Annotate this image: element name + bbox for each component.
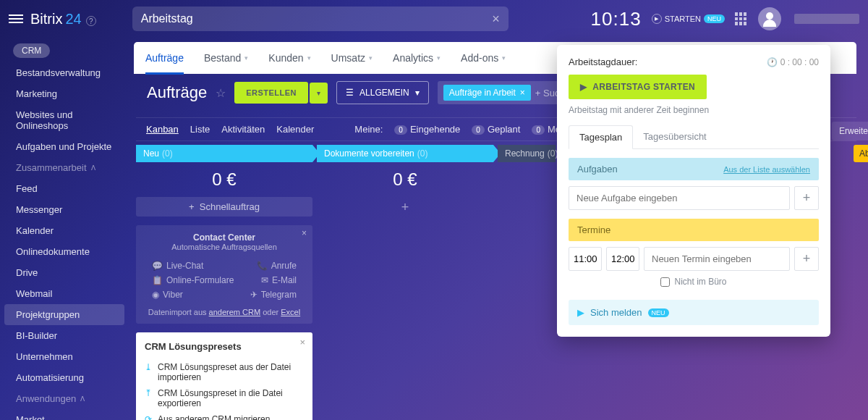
cc-title: Contact Center <box>143 232 305 243</box>
link-excel[interactable]: Excel <box>281 308 300 316</box>
sidebar-item[interactable]: Kalender <box>0 220 129 241</box>
contact-center-card: × Contact Center Automatische Auftragsqu… <box>136 225 312 324</box>
username[interactable] <box>794 14 859 24</box>
column-header[interactable]: Neu(0) <box>136 145 312 162</box>
abs-button[interactable]: Ab <box>854 145 868 162</box>
new-task-input[interactable] <box>569 186 790 210</box>
clear-icon[interactable]: × <box>492 12 500 27</box>
check-in-button[interactable]: ▶ Sich melden NEU <box>569 300 819 325</box>
star-icon[interactable]: ☆ <box>216 86 226 100</box>
presets-card: × CRM Lösungspresets ⤓CRM Lösungspreset … <box>136 332 312 420</box>
select-from-list-link[interactable]: Aus der Liste auswählen <box>723 165 810 174</box>
help-icon[interactable]: ? <box>86 16 96 26</box>
start-workday-button[interactable]: ▶ARBEITSTAG STARTEN <box>569 75 707 99</box>
crm-tab-auftraege[interactable]: Aufträge <box>145 52 184 75</box>
duration-timer: 🕐0 : 00 : 00 <box>767 57 819 67</box>
cc-livechat[interactable]: 💬 Live-Chat <box>152 261 203 271</box>
preset-item[interactable]: ⟳Aus anderem CRM migrieren <box>145 411 304 420</box>
wd-tabs: Tagesplan Tagesübersicht <box>569 125 819 149</box>
sidebar-pill-crm[interactable]: CRM <box>13 43 50 58</box>
app-header: Bitrix 24 ? Arbeitstag × 10:13 ▶ STARTEN… <box>0 0 868 38</box>
tab-tagesplan[interactable]: Tagesplan <box>569 125 633 149</box>
cc-telegram[interactable]: ✈ Telegram <box>250 290 297 300</box>
chevron-down-icon: ▾ <box>307 54 311 62</box>
tab-kalender[interactable]: Kalender <box>276 124 314 135</box>
sidebar-item[interactable]: Market <box>0 409 129 420</box>
close-icon[interactable]: × <box>520 88 525 98</box>
column-sum: 0 € <box>136 169 312 190</box>
chevron-up-icon: ᐱ <box>80 395 85 403</box>
sidebar-item[interactable]: Messenger <box>0 199 129 220</box>
crm-tab-kunden[interactable]: Kunden▾ <box>268 52 310 64</box>
link-other-crm[interactable]: anderem CRM <box>209 308 261 316</box>
mine-planned[interactable]: 0Geplant <box>472 124 520 135</box>
crm-tab-addons[interactable]: Add-ons▾ <box>461 52 506 64</box>
oof-checkbox[interactable] <box>660 277 670 287</box>
preset-item[interactable]: ⤓CRM Lösungspreset aus der Datei importi… <box>145 359 304 385</box>
column-header[interactable]: Dokumente vorbereiten(0) <box>317 145 493 162</box>
sidebar-item[interactable]: Automatisierung <box>0 367 129 388</box>
crm-tab-umsatz[interactable]: Umsatz▾ <box>331 52 373 64</box>
termine-header: Termine <box>569 219 819 241</box>
cc-subtitle: Automatische Auftragsquellen <box>143 243 305 251</box>
presets-title: CRM Lösungspresets <box>145 341 304 352</box>
menu-icon[interactable] <box>9 12 23 25</box>
sidebar-item-active[interactable]: Projektgruppen <box>4 304 124 325</box>
tab-tagesuebersicht[interactable]: Tagesübersicht <box>633 125 716 148</box>
sidebar-item[interactable]: Drive <box>0 262 129 283</box>
close-icon[interactable]: × <box>299 337 305 348</box>
view-general-button[interactable]: ☰ALLGEMEIN▾ <box>336 81 429 104</box>
sidebar-section[interactable]: Anwendungenᐱ <box>0 388 129 409</box>
sidebar-item[interactable]: Webmail <box>0 283 129 304</box>
sidebar-item[interactable]: Marketing <box>0 83 129 104</box>
column-header[interactable]: Rechnung(0) <box>498 145 556 162</box>
search-input[interactable]: Arbeitstag <box>141 12 193 25</box>
crm-tab-bestand[interactable]: Bestand▾ <box>204 52 248 64</box>
add-task-button[interactable]: + <box>794 186 819 210</box>
new-event-input[interactable] <box>644 247 790 271</box>
sidebar-item[interactable]: Websites und Onlineshops <box>0 104 129 136</box>
start-day-button[interactable]: ▶ STARTEN NEU <box>652 14 725 24</box>
cc-forms[interactable]: 📋 Online-Formulare <box>152 275 234 285</box>
sidebar-item[interactable]: Feed <box>0 178 129 199</box>
apps-icon[interactable] <box>735 12 748 25</box>
extensions-button[interactable]: Erweiterun <box>832 122 868 140</box>
global-search[interactable]: Arbeitstag × <box>132 7 509 31</box>
sidebar-section[interactable]: Zusammenarbeitᐱ <box>0 157 129 178</box>
close-icon[interactable]: × <box>302 228 307 238</box>
mine-incoming[interactable]: 0Eingehende <box>394 124 460 135</box>
time-from-input[interactable] <box>569 247 602 271</box>
aufgaben-header: Aufgaben Aus der Liste auswählen <box>569 158 819 180</box>
logo-suffix: 24 <box>65 11 81 28</box>
play-icon: ▶ <box>580 82 587 92</box>
create-dropdown[interactable]: ▾ <box>310 83 328 104</box>
add-card-button[interactable]: + <box>317 200 493 215</box>
avatar[interactable] <box>758 7 781 30</box>
logo[interactable]: Bitrix 24 ? <box>30 11 96 28</box>
cc-email[interactable]: ✉ E-Mail <box>261 275 297 285</box>
sidebar-item[interactable]: Onlinedokumente <box>0 241 129 262</box>
chevron-down-icon: ▾ <box>502 54 506 62</box>
cc-viber[interactable]: ◉ Viber <box>152 290 183 300</box>
tab-kanban[interactable]: Kanban <box>146 124 179 135</box>
clock: 10:13 <box>591 8 642 30</box>
termine-label: Termine <box>577 224 610 235</box>
quick-create-button[interactable]: + Schnellauftrag <box>136 197 312 217</box>
cc-anrufe[interactable]: 📞 Anrufe <box>257 261 297 271</box>
crm-tab-analytics[interactable]: Analytics▾ <box>393 52 441 64</box>
preset-item[interactable]: ⤒CRM Lösungspreset in die Datei exportie… <box>145 385 304 411</box>
sidebar-item[interactable]: Aufgaben und Projekte <box>0 136 129 157</box>
sidebar-item[interactable]: BI-Builder <box>0 325 129 346</box>
out-of-office-checkbox[interactable]: Nicht im Büro <box>569 277 819 287</box>
time-to-input[interactable] <box>606 247 639 271</box>
add-event-button[interactable]: + <box>794 247 819 271</box>
sidebar-item[interactable]: Unternehmen <box>0 346 129 367</box>
filter-tag[interactable]: Aufträge in Arbeit× <box>443 85 531 101</box>
duration-label: Arbeitstagdauer: <box>569 56 637 67</box>
tab-liste[interactable]: Liste <box>190 124 210 135</box>
tab-aktivitaeten[interactable]: Aktivitäten <box>221 124 265 135</box>
alt-start-link[interactable]: Arbeitstag mit anderer Zeit beginnen <box>569 105 819 115</box>
migrate-icon: ⟳ <box>145 414 152 420</box>
sidebar-item[interactable]: Bestandsverwaltung <box>0 62 129 83</box>
create-button[interactable]: ERSTELLEN <box>234 82 308 104</box>
